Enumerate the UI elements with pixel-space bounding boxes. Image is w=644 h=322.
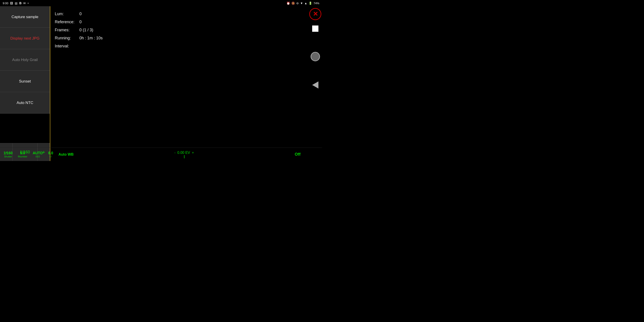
auto-holy-grail-button[interactable]: Auto Holy Grail bbox=[0, 49, 50, 71]
signal-icon: ▲ bbox=[304, 2, 307, 5]
wifi-icon: ▼ bbox=[300, 2, 303, 5]
reference-row: Reference: 0 bbox=[55, 18, 304, 26]
auto-wb-label: Auto WB bbox=[58, 152, 74, 156]
right-panel: ✕ bbox=[308, 6, 322, 161]
status-bar: 9:00 🖼 ▤ B ✉ • ⏰ 🔕 ⊖ ▼ ▲ 🔋 74% bbox=[0, 0, 322, 6]
fnumber-label: fNumber bbox=[18, 155, 27, 158]
alarm-icon: ⏰ bbox=[286, 2, 290, 5]
dot-icon: • bbox=[28, 2, 28, 5]
fnumber-group: 5.0 fNumber bbox=[18, 151, 27, 158]
iso-value: AUTO bbox=[33, 151, 43, 155]
off-label: Off bbox=[295, 152, 300, 157]
main-layout: Capture sample Display next JPG Auto Hol… bbox=[0, 6, 322, 161]
record-button[interactable] bbox=[310, 52, 320, 61]
fnumber-value: 5.0 bbox=[20, 151, 25, 155]
left-panel: Capture sample Display next JPG Auto Hol… bbox=[0, 6, 50, 161]
ev-plus[interactable]: + bbox=[192, 151, 194, 155]
status-left: 9:00 🖼 ▤ B ✉ • bbox=[3, 1, 28, 5]
display-next-jpg-button[interactable]: Display next JPG bbox=[0, 28, 50, 49]
photo-icon: 🖼 bbox=[10, 2, 13, 5]
shutter-group: 1/160 Shutter bbox=[4, 151, 12, 158]
sunset-button[interactable]: Sunset bbox=[0, 71, 50, 92]
plus-minus-group: 0.0 +/- bbox=[48, 151, 53, 158]
shutter-value: 1/160 bbox=[4, 151, 12, 155]
shutter-label: Shutter bbox=[4, 155, 12, 158]
ev-indicator bbox=[184, 155, 184, 158]
bold-icon: B bbox=[19, 1, 22, 5]
plus-minus-value: 0.0 bbox=[48, 151, 53, 155]
iso-label: ISO bbox=[36, 155, 40, 158]
info-panel: Lum: 0 Reference: 0 Frames: 0 (1 / 3) Ru… bbox=[50, 6, 308, 161]
close-icon: ✕ bbox=[313, 11, 318, 17]
ev-value: 0.00 EV bbox=[177, 151, 190, 155]
ev-section: - 0.00 EV + bbox=[79, 151, 289, 158]
battery-icon: 🔋 bbox=[308, 2, 312, 5]
close-button[interactable]: ✕ bbox=[309, 8, 321, 20]
ev-minus[interactable]: - bbox=[174, 151, 176, 155]
time-display: 9:00 bbox=[3, 2, 8, 5]
back-button[interactable] bbox=[312, 82, 318, 88]
ev-row: - 0.00 EV + bbox=[174, 151, 194, 155]
stop-button[interactable] bbox=[312, 26, 318, 32]
battery-percent: 74% bbox=[314, 2, 319, 5]
mail-icon: ✉ bbox=[23, 2, 26, 5]
iso-group: AUTO ISO bbox=[33, 151, 43, 158]
running-row: Running: 0h : 1m : 10s bbox=[55, 34, 304, 42]
plus-minus-label: +/- bbox=[49, 155, 52, 158]
bell-off-icon: 🔕 bbox=[291, 2, 295, 5]
interval-row: Interval: bbox=[55, 42, 304, 50]
list-icon: ▤ bbox=[15, 2, 18, 5]
frames-row: Frames: 0 (1 / 3) bbox=[55, 26, 304, 34]
bottom-bar: 1/160 Shutter 5.0 fNumber AUTO ISO 0.0 +… bbox=[0, 148, 322, 161]
capture-sample-button[interactable]: Capture sample bbox=[0, 6, 50, 28]
status-right: ⏰ 🔕 ⊖ ▼ ▲ 🔋 74% bbox=[286, 2, 319, 5]
auto-ntc-button[interactable]: Auto NTC bbox=[0, 92, 50, 114]
minus-circle-icon: ⊖ bbox=[296, 2, 299, 5]
lum-row: Lum: 0 bbox=[55, 10, 304, 18]
